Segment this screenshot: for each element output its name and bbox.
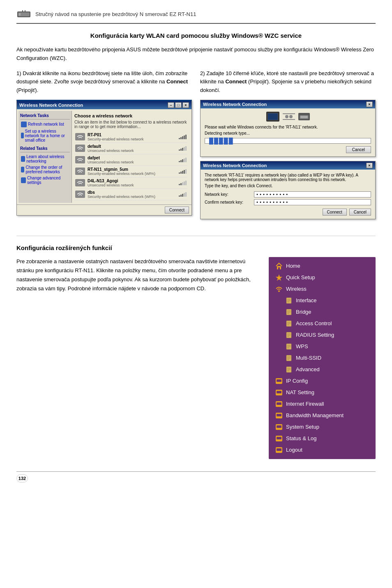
bar5: [185, 181, 187, 185]
step1-text2: (Pripojiť).: [16, 87, 38, 93]
svg-rect-55: [277, 414, 281, 416]
confirm-key-input[interactable]: [254, 199, 371, 205]
svg-rect-2: [19, 13, 21, 16]
signal-0: [179, 134, 187, 139]
sidebar-item-refresh[interactable]: Refresh network list: [20, 121, 70, 128]
network-item-2[interactable]: dafpet Unsecured wireless network: [74, 154, 187, 166]
sidebar-item-change-order[interactable]: Change the order of preferred networks: [20, 165, 70, 175]
menu-item-nat[interactable]: NAT Setting: [269, 387, 376, 398]
sidebar-item-setup[interactable]: Set up a wireless network for a home or …: [20, 129, 70, 143]
win-titlebar-buttons-2: ×: [366, 101, 373, 107]
win-close-btn-3[interactable]: ×: [366, 163, 373, 168]
network-name-3: RT-N11_stgmin_5um: [88, 167, 176, 172]
bar1: [179, 172, 180, 174]
key-desc2: Type the key, and then click Connect.: [205, 184, 371, 188]
signal-2: [179, 157, 187, 162]
monitor-screen: [267, 113, 278, 120]
svg-rect-12: [300, 116, 308, 118]
menu-item-advanced[interactable]: Advanced: [269, 364, 376, 375]
multi-ssid-icon: [285, 354, 293, 362]
menu-item-quick-setup[interactable]: Quick Setup: [269, 272, 376, 283]
win-maximize-btn[interactable]: □: [175, 102, 182, 108]
connecting-status1: Please wait while Windows connects for t…: [205, 125, 371, 129]
network-list: RT-P01 Security-enabled wireless network: [74, 131, 187, 200]
svg-rect-61: [277, 437, 281, 439]
menu-item-status-log[interactable]: Status & Log: [269, 433, 376, 444]
step2-text: 2) Zadajte 10 číferné kľúče, ktoré ste n…: [200, 69, 376, 95]
network-info-0: RT-P01 Security-enabled wireless network: [88, 133, 176, 141]
menu-item-ip-config[interactable]: IP Config: [269, 375, 376, 387]
bar5: [185, 146, 187, 151]
network-item-5[interactable]: dbs Security-enabled wireless network (W…: [74, 189, 187, 200]
menu-item-wireless[interactable]: Wireless: [269, 283, 376, 295]
menu-item-logout[interactable]: Logout: [269, 444, 376, 456]
order-icon: [21, 167, 24, 172]
connect-button[interactable]: Connect: [165, 207, 189, 214]
bar1: [179, 195, 180, 197]
step2-number: 2): [200, 70, 205, 76]
sidebar-item-learn[interactable]: Learn about wireless networking: [20, 154, 70, 164]
menu-item-radius[interactable]: RADIUS Setting: [269, 329, 376, 341]
sidebar-item-advanced-label: Change advanced settings: [27, 176, 69, 185]
router-icon-sm: [298, 113, 310, 120]
menu-label-system-setup: System Setup: [286, 424, 319, 430]
network-key-row: Network key:: [205, 191, 371, 198]
page-title: Stručný návod na spustenie pre bezdrôtov…: [35, 11, 196, 17]
network-name-1: default: [88, 144, 176, 149]
win-sidebar-network-tasks: Network Tasks: [20, 113, 70, 119]
step1-text: 1) Dvakrát kliknite na ikonu bezdrôtovej…: [16, 69, 192, 95]
network-key-input[interactable]: [254, 191, 371, 198]
bar4: [184, 158, 185, 162]
menu-item-access-control[interactable]: Access Control: [269, 318, 376, 329]
connect-button-key[interactable]: Connect: [323, 209, 347, 216]
network-status-3: Security-enabled wireless network (WPA): [88, 172, 176, 176]
menu-item-interface[interactable]: Interface: [269, 295, 376, 306]
win-title-3: Wireless Network Connection: [203, 163, 267, 168]
menu-item-system-setup[interactable]: System Setup: [269, 421, 376, 433]
win-sidebar-related-tasks: Related Tasks: [20, 146, 70, 152]
win-close-btn[interactable]: ×: [182, 102, 189, 108]
menu-label-wireless: Wireless: [286, 286, 307, 292]
nat-icon: [275, 389, 283, 396]
svg-rect-58: [277, 425, 281, 428]
menu-label-wps: WPS: [296, 343, 308, 349]
menu-item-bandwidth[interactable]: Bandwidth Management: [269, 410, 376, 421]
menu-item-bridge[interactable]: Bridge: [269, 306, 376, 318]
step1-text1: Dvakrát kliknite na ikonu bezdrôtovej si…: [16, 70, 187, 85]
setup-icon: [21, 133, 24, 138]
bar2: [180, 149, 182, 151]
network-info-5: dbs Security-enabled wireless network (W…: [88, 190, 176, 199]
menu-item-firewall[interactable]: Internet Firewall: [269, 398, 376, 410]
menu-label-ip-config: IP Config: [286, 378, 308, 384]
network-item-0[interactable]: RT-P01 Security-enabled wireless network: [74, 131, 187, 143]
svg-rect-49: [277, 391, 281, 393]
win-titlebar-buttons-3: ×: [366, 163, 373, 168]
interface-icon: [285, 297, 293, 304]
access-control-icon: [285, 320, 293, 327]
win-minimize-btn[interactable]: –: [168, 102, 174, 108]
network-icon-4: [75, 179, 85, 186]
bar2: [180, 160, 182, 162]
cancel-button-connecting[interactable]: Cancel: [346, 146, 371, 153]
bar1: [179, 149, 180, 151]
menu-label-bridge: Bridge: [296, 309, 311, 315]
win-close-btn-2[interactable]: ×: [366, 101, 373, 107]
menu-label-multi-ssid: Multi-SSID: [296, 355, 321, 361]
network-item-3[interactable]: RT-N11_stgmin_5um Security-enabled wirel…: [74, 166, 187, 177]
menu-item-multi-ssid[interactable]: Multi-SSID: [269, 352, 376, 364]
bar4: [184, 170, 185, 174]
network-item-1[interactable]: default Unsecured wireless network: [74, 143, 187, 154]
menu-item-wps[interactable]: WPS: [269, 341, 376, 352]
win-dialog-body-2: Please wait while Windows connects for t…: [201, 108, 375, 156]
win-titlebar-buttons: – □ ×: [168, 102, 189, 108]
network-item-4[interactable]: D4L-N13_Agogi Unsecured wireless network: [74, 177, 187, 189]
wps-icon: [285, 343, 293, 350]
network-name-4: D4L-N13_Agogi: [88, 179, 176, 183]
sidebar-item-advanced[interactable]: Change advanced settings: [20, 175, 70, 185]
bar5: [185, 192, 187, 197]
bar3: [182, 194, 183, 197]
bar3: [182, 136, 183, 139]
section2-text: Pre zobrazenie a nastavenie ostatných na…: [16, 257, 256, 459]
cancel-button-key[interactable]: Cancel: [349, 209, 371, 216]
menu-item-home[interactable]: Home: [269, 260, 376, 272]
